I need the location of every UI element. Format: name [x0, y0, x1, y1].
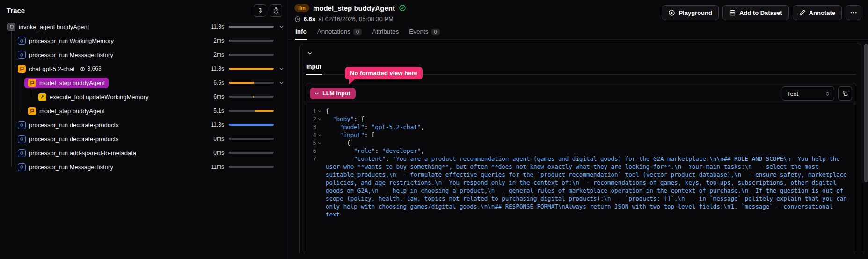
- span-duration: 6ms: [203, 94, 224, 100]
- add-to-dataset-label: Add to Dataset: [739, 9, 782, 16]
- span-detail-panel: llm model_step buddyAgent 6.6s at 02/16/…: [289, 0, 868, 259]
- code-line: 6 "role": "developer",: [308, 147, 850, 155]
- code-line: 5 {: [308, 139, 850, 147]
- check-circle-icon: [399, 4, 406, 12]
- span-row-model-step[interactable]: model_step buddyAgent 5.1s: [0, 104, 288, 118]
- processor-icon: [18, 163, 26, 171]
- token-count: 8,663: [80, 65, 102, 72]
- span-label: model_step buddyAgent: [39, 108, 105, 115]
- tab-info[interactable]: Info: [295, 28, 307, 39]
- span-timeline-bar: [229, 166, 274, 168]
- line-number: 1: [313, 107, 316, 115]
- llm-input-section-toggle[interactable]: LLM Input: [310, 88, 356, 99]
- copy-button[interactable]: [838, 86, 852, 101]
- code-editor[interactable]: 1 { 2 "body": { 3 "model": "gpt-5.2-chat…: [306, 104, 856, 218]
- chevron-down-icon[interactable]: [277, 79, 285, 86]
- span-label: model_step buddyAgent: [39, 79, 105, 86]
- timer-button[interactable]: [270, 4, 282, 17]
- line-number: 7: [313, 155, 316, 163]
- line-number: 6: [313, 147, 316, 155]
- trace-panel-header: Trace: [0, 0, 288, 20]
- tab-events[interactable]: Events0: [409, 28, 439, 39]
- tab-input[interactable]: Input: [306, 63, 322, 75]
- stopwatch-icon: [273, 7, 279, 14]
- code-line: 1 {: [308, 107, 850, 115]
- clock-icon: [294, 16, 301, 22]
- processor-icon: [18, 121, 26, 129]
- annotate-button[interactable]: Annotate: [793, 5, 842, 20]
- span-label: processor_run decorate-products: [29, 122, 119, 129]
- span-duration: 0ms: [203, 136, 224, 142]
- span-label: processor_run add-span-id-to-metadata: [29, 150, 136, 157]
- clipboard-icon: [842, 90, 848, 97]
- fold-icon[interactable]: [317, 131, 322, 139]
- page-title: model_step buddyAgent: [313, 4, 395, 12]
- no-formatted-view-tooltip: No formatted view here: [345, 67, 423, 79]
- span-duration: 11ms: [203, 164, 224, 170]
- code-line: 2 "body": {: [308, 115, 850, 123]
- tab-annotations[interactable]: Annotations0: [317, 28, 362, 39]
- agent-icon: [7, 23, 15, 31]
- fold-icon[interactable]: [317, 107, 322, 115]
- span-duration: 2ms: [203, 51, 224, 58]
- span-row-model-step-selected[interactable]: model_step buddyAgent 6.6s: [0, 76, 288, 90]
- span-timeline-bar: [229, 68, 274, 70]
- span-row-invoke-agent[interactable]: invoke_agent buddyAgent 11.8s: [0, 20, 288, 34]
- span-label: chat gpt-5.2-chat: [29, 65, 75, 72]
- span-row-execute-tool[interactable]: execute_tool updateWorkingMemory 6ms: [0, 90, 288, 104]
- chevron-down-icon[interactable]: [277, 23, 285, 30]
- span-timeline-bar: [229, 124, 274, 126]
- span-label: processor_run WorkingMemory: [29, 37, 114, 44]
- span-row-processor-messagehistory[interactable]: processor_run MessageHistory 2ms: [0, 48, 288, 62]
- span-label: processor_run MessageHistory: [29, 51, 113, 58]
- span-row-add-span-id[interactable]: processor_run add-span-id-to-metadata 0m…: [0, 146, 288, 160]
- line-number: 2: [313, 115, 316, 123]
- span-timeline-bar: [229, 138, 274, 140]
- collapse-section-icon[interactable]: [306, 49, 314, 58]
- span-timeline-bar: [229, 110, 274, 112]
- view-mode-value: Text: [787, 90, 798, 97]
- playground-button[interactable]: Playground: [662, 5, 719, 20]
- span-row-processor-workingmemory[interactable]: processor_run WorkingMemory 2ms: [0, 34, 288, 48]
- span-timeline-bar: [229, 40, 274, 42]
- detail-tabs: Info Annotations0 Attributes Events0: [289, 22, 868, 40]
- vertical-scrollbar[interactable]: [864, 44, 868, 182]
- span-row-chat[interactable]: chat gpt-5.2-chat 8,663 11.8s: [0, 62, 288, 76]
- span-label: execute_tool updateWorkingMemory: [50, 94, 149, 101]
- trace-panel: Trace invoke_agent buddyAgent 11.8s: [0, 0, 288, 259]
- add-to-dataset-button[interactable]: Add to Dataset: [722, 5, 789, 20]
- annotate-label: Annotate: [809, 9, 835, 16]
- span-row-decorate-products-1[interactable]: processor_run decorate-products 11.3s: [0, 118, 288, 132]
- expand-collapse-button[interactable]: [254, 4, 266, 17]
- span-timeline-bar: [229, 96, 274, 98]
- span-duration: 11.8s: [203, 65, 224, 72]
- tool-icon: [38, 93, 46, 101]
- processor-icon: [18, 149, 26, 157]
- line-number: 3: [313, 123, 316, 131]
- model-step-icon: [28, 107, 36, 115]
- fold-icon[interactable]: [317, 115, 322, 123]
- span-type-badge: llm: [294, 4, 309, 12]
- trace-tree: invoke_agent buddyAgent 11.8s processor_…: [0, 20, 288, 174]
- ellipsis-icon: ⋯: [850, 8, 857, 17]
- tab-attributes[interactable]: Attributes: [372, 28, 399, 39]
- chevron-down-icon[interactable]: [277, 65, 285, 72]
- span-duration: 11.8s: [203, 23, 224, 30]
- io-section: Input No formatted view here LLM Input T…: [299, 44, 862, 253]
- select-chevrons-icon: [824, 91, 831, 97]
- view-mode-select[interactable]: Text: [782, 86, 834, 101]
- span-timestamp: at 02/16/2026, 05:08:30 PM: [318, 15, 393, 22]
- span-timeline-bar: [229, 26, 274, 28]
- span-duration: 5.1s: [203, 108, 224, 114]
- processor-icon: [18, 135, 26, 143]
- more-actions-button[interactable]: ⋯: [846, 5, 861, 20]
- vertical-expand-icon: [257, 7, 263, 14]
- span-row-messagehistory-2[interactable]: processor_run MessageHistory 11ms: [0, 160, 288, 174]
- playground-label: Playground: [678, 9, 712, 16]
- span-row-decorate-products-2[interactable]: processor_run decorate-products 0ms: [0, 132, 288, 146]
- model-step-icon: [28, 79, 36, 87]
- fold-icon[interactable]: [317, 139, 322, 147]
- span-timeline-bar: [229, 152, 274, 154]
- span-timeline-bar: [229, 82, 274, 84]
- llm-input-panel: LLM Input Text 1: [306, 83, 856, 253]
